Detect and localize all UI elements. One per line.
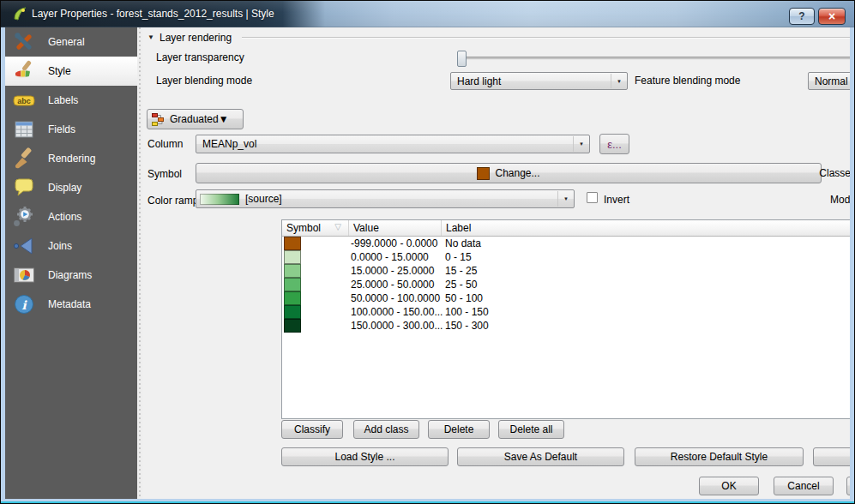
dialog-content: General Style [5,27,850,499]
chevron-down-icon: ▼ [219,113,238,125]
chevron-down-icon: ▼ [557,191,574,207]
transparency-slider-track[interactable] [459,57,850,60]
render-brush-icon [13,147,35,170]
sidebar-item-actions[interactable]: Actions [5,202,137,231]
layer-blending-mode-select[interactable]: Hard light ▼ [450,72,628,90]
speech-bubble-icon [13,177,35,199]
sidebar-item-general[interactable]: General [5,27,137,57]
sidebar-item-joins[interactable]: Joins [5,231,137,261]
column-label: Column [148,138,183,150]
feature-blending-mode-select[interactable]: Normal ▼ [808,72,850,90]
color-ramp-swatch [200,194,239,205]
qgis-logo-icon [12,6,27,21]
sidebar-item-diagrams[interactable]: Diagrams [5,261,137,290]
sidebar-item-metadata[interactable]: i Metadata [5,290,137,319]
sidebar-item-label: Diagrams [48,269,92,281]
mode-label: Mode [803,194,850,206]
classify-button[interactable]: Classify [281,420,343,439]
class-symbol-swatch[interactable] [284,291,301,305]
class-symbol-swatch[interactable] [284,237,301,250]
class-symbol-swatch[interactable] [284,250,301,264]
sidebar-item-label: Metadata [48,298,91,310]
sidebar-item-rendering[interactable]: Rendering [5,144,137,173]
graduated-icon [152,113,165,126]
layer-rendering-group-title[interactable]: Layer rendering [160,32,232,44]
tools-icon [13,31,35,53]
delete-button[interactable]: Delete [428,420,490,439]
sidebar-item-display[interactable]: Display [5,173,137,202]
sidebar-item-label: Rendering [48,153,95,165]
chevron-down-icon: ▼ [611,74,627,88]
sidebar-item-label: Style [48,65,71,77]
group-frame-line [242,37,850,38]
sidebar-item-labels[interactable]: abc Labels [5,86,137,115]
save-as-default-button[interactable]: Save As Default [457,447,624,466]
feature-blending-mode-label: Feature blending mode [635,75,740,87]
column-select[interactable]: MEANp_vol ▼ [196,135,590,153]
color-ramp-label: Color ramp [148,195,198,207]
sidebar-item-label: Labels [48,94,78,106]
invert-checkbox[interactable] [587,192,598,203]
help-titlebar-button[interactable]: ? [789,8,815,25]
column-header-label[interactable]: Label [442,220,850,236]
svg-text:abc: abc [17,97,31,105]
symbol-label: Symbol [148,168,182,180]
sidebar-item-style[interactable]: Style [5,57,137,86]
layer-transparency-label: Layer transparency [156,51,244,63]
info-icon: i [13,293,35,315]
renderer-type-select[interactable]: Graduated ▼ [147,109,244,129]
window-frame-accent [1,501,854,503]
sidebar-item-label: Display [48,182,81,194]
class-row[interactable]: 0.0000 - 15.0000 0 - 15 [282,250,850,264]
expression-builder-button[interactable]: ε... [599,134,629,154]
class-row[interactable]: 100.0000 - 150.00... 100 - 150 [282,305,850,319]
transparency-slider-handle[interactable] [457,51,467,67]
add-class-button[interactable]: Add class [353,420,419,439]
paintbrush-icon [13,60,35,82]
sort-indicator-icon: ▽ [334,222,341,231]
join-arrow-icon [13,235,35,257]
close-icon: × [828,9,835,23]
save-style-button[interactable]: Save Style ▼ [813,447,850,466]
class-symbol-swatch[interactable] [284,305,301,319]
class-row[interactable]: 15.0000 - 25.0000 15 - 25 [282,264,850,278]
class-symbol-swatch[interactable] [284,264,301,278]
sidebar-item-label: Actions [48,211,81,223]
invert-label: Invert [604,194,629,206]
sidebar-item-label: Fields [48,123,75,135]
color-ramp-select[interactable]: [source] ▼ [196,189,575,208]
collapse-group-icon[interactable]: ▼ [148,33,154,41]
classes-label: Classes [803,167,850,179]
close-button[interactable]: × [818,8,846,25]
column-header-symbol[interactable]: Symbol ▽ [282,220,349,236]
sidebar-item-fields[interactable]: Fields [5,115,137,144]
layer-properties-window: Layer Properties - forest_stands_2012_re… [0,0,855,504]
restore-default-style-button[interactable]: Restore Default Style [635,447,804,466]
column-header-value[interactable]: Value [349,220,442,236]
title-bar[interactable]: Layer Properties - forest_stands_2012_re… [1,1,854,27]
sidebar: General Style [5,27,137,499]
delete-all-button[interactable]: Delete all [498,420,564,439]
cancel-button[interactable]: Cancel [774,477,834,495]
abc-tag-icon: abc [13,89,35,111]
table-icon [13,118,35,141]
load-style-button[interactable]: Load Style ... [281,447,449,466]
sidebar-item-label: Joins [48,240,72,252]
classes-table: Symbol ▽ Value Label -999.0000 - 0.0000 … [281,219,850,419]
class-row[interactable]: 150.0000 - 300.00... 150 - 300 [282,319,850,333]
class-symbol-swatch[interactable] [284,319,301,333]
symbol-color-swatch [477,167,490,180]
symbol-change-button[interactable]: Change... [196,163,822,183]
class-row[interactable]: 25.0000 - 50.0000 25 - 50 [282,278,850,291]
pie-chart-icon [13,264,35,286]
apply-button[interactable]: Apply [846,477,850,495]
class-row[interactable]: 50.0000 - 100.0000 50 - 100 [282,291,850,305]
gears-icon [13,206,35,228]
epsilon-icon: ε... [607,138,622,151]
style-panel: ▼ Layer rendering Layer transparency 0 ▲… [142,27,850,499]
sidebar-item-label: General [48,36,85,48]
class-symbol-swatch[interactable] [284,278,301,291]
class-row[interactable]: -999.0000 - 0.0000 No data [282,237,850,250]
ok-button[interactable]: OK [699,477,759,495]
chevron-down-icon: ▼ [573,136,589,152]
